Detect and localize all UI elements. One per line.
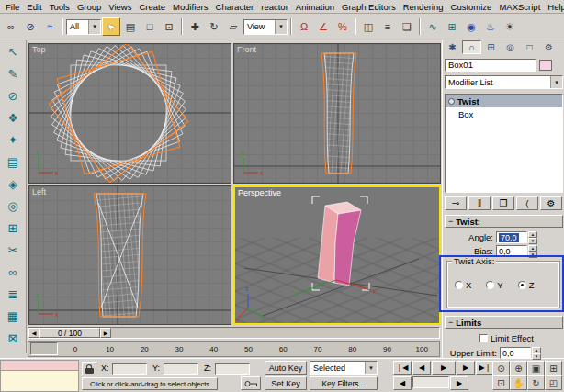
pin-stack-icon[interactable]: ⊸: [445, 196, 467, 210]
zoom-all-icon[interactable]: ⊕: [510, 361, 527, 375]
next-frame-button[interactable]: ▶: [457, 361, 475, 375]
left-toolbar-icon-8[interactable]: ◎: [1, 195, 25, 217]
rectangular-region-button[interactable]: □: [141, 17, 159, 36]
left-toolbar-icon-9[interactable]: ⊞: [1, 217, 25, 239]
bind-to-spacewarp-icon[interactable]: ≈: [40, 17, 59, 36]
current-frame-field[interactable]: [412, 376, 449, 388]
axis-x-radio[interactable]: X: [455, 280, 471, 290]
track-bar-ruler[interactable]: 0 10 20 30 40 50 60 70 80 90 100: [58, 342, 439, 356]
zoom-extents-icon[interactable]: ▣: [527, 361, 545, 375]
menu-edit[interactable]: Edit: [23, 2, 45, 12]
arc-rotate-icon[interactable]: ↻: [527, 375, 545, 390]
layers-button[interactable]: ❏: [398, 17, 416, 36]
x-coordinate-field[interactable]: [112, 363, 147, 375]
select-by-name-button[interactable]: ▤: [121, 17, 140, 36]
menu-animation[interactable]: Animation: [292, 2, 338, 12]
tab-create[interactable]: ✱: [443, 40, 462, 54]
set-key-button[interactable]: Set Key: [265, 376, 307, 390]
stack-item-twist[interactable]: Twist: [446, 95, 562, 107]
time-slider[interactable]: ◀ 0 / 100 ▶: [28, 327, 440, 339]
schematic-view-button[interactable]: ⊞: [443, 17, 461, 36]
object-color-swatch[interactable]: [539, 60, 552, 71]
spinner-down-icon[interactable]: ▼: [528, 252, 537, 258]
menu-reactor[interactable]: reactor: [257, 2, 292, 12]
left-toolbar-icon-13[interactable]: ▦: [1, 305, 25, 327]
select-object-button[interactable]: ➤: [102, 17, 120, 36]
stack-item-box[interactable]: Box: [446, 107, 562, 120]
menu-graph-editors[interactable]: Graph Editors: [338, 2, 400, 12]
limit-effect-checkbox[interactable]: Limit Effect: [479, 333, 534, 343]
twist-rollout-header[interactable]: − Twist:: [445, 215, 563, 228]
align-button[interactable]: ≡: [378, 17, 397, 36]
zoom-region-icon[interactable]: ⊡: [492, 375, 510, 390]
key-filters-button[interactable]: Key Filters...: [310, 376, 378, 390]
left-toolbar-icon-4[interactable]: ❖: [1, 106, 25, 129]
zoom-extents-all-icon[interactable]: ⊞: [545, 361, 562, 375]
scale-button[interactable]: ▱: [224, 17, 243, 36]
menu-modifiers[interactable]: Modifiers: [169, 2, 212, 12]
set-keys-button[interactable]: [241, 376, 261, 390]
object-name-field[interactable]: Box01: [445, 59, 536, 72]
chevron-down-icon[interactable]: ▼: [275, 20, 287, 34]
unlink-selection-icon[interactable]: ⊘: [21, 17, 39, 36]
time-slider-thumb[interactable]: 0 / 100: [39, 328, 100, 338]
left-toolbar-icon-14[interactable]: ⊠: [1, 327, 25, 349]
mirror-button[interactable]: ◫: [359, 17, 378, 36]
bias-field[interactable]: 0,0: [496, 245, 527, 257]
min-max-toggle-icon[interactable]: ◰: [545, 375, 562, 390]
menu-rendering[interactable]: Rendering: [400, 2, 447, 12]
remove-modifier-icon[interactable]: 〈: [516, 196, 538, 210]
move-button[interactable]: ✚: [186, 17, 204, 36]
left-toolbar-icon-5[interactable]: ✦: [1, 129, 25, 151]
left-toolbar-icon-2[interactable]: ✎: [1, 62, 25, 84]
bias-spinner[interactable]: ▲▼: [528, 245, 537, 257]
menu-views[interactable]: Views: [105, 2, 135, 12]
selection-filter-dropdown[interactable]: All ▼: [66, 19, 101, 35]
menu-file[interactable]: File: [2, 2, 23, 12]
window-crossing-button[interactable]: ⊡: [160, 17, 178, 36]
upper-limit-field[interactable]: 0,0: [500, 347, 531, 359]
modifier-enabled-bulb-icon[interactable]: [448, 98, 455, 105]
configure-modifier-sets-icon[interactable]: ⚙: [540, 196, 562, 210]
axis-y-radio[interactable]: Y: [486, 280, 502, 290]
maxscript-listener-pane[interactable]: [0, 371, 79, 392]
play-button[interactable]: ▶: [432, 361, 456, 375]
track-bar[interactable]: 0 10 20 30 40 50 60 70 80 90 100: [28, 341, 440, 357]
menu-create[interactable]: Create: [135, 2, 169, 12]
left-toolbar-icon-10[interactable]: ✂: [1, 239, 25, 261]
go-to-start-button[interactable]: ❘◀: [393, 361, 412, 375]
percent-snap-icon[interactable]: %: [333, 17, 352, 36]
auto-key-button[interactable]: Auto Key: [265, 361, 307, 375]
left-toolbar-icon-3[interactable]: ⊘: [1, 84, 25, 106]
menu-help[interactable]: Help: [544, 2, 564, 12]
viewport-front[interactable]: Front x y: [233, 43, 441, 184]
spinner-down-icon[interactable]: ▼: [528, 238, 537, 244]
key-step-back-button[interactable]: ◀: [393, 376, 412, 390]
time-slider-right-arrow[interactable]: ▶: [100, 328, 111, 338]
left-toolbar-icon-1[interactable]: ↖: [1, 40, 25, 62]
quick-render-button[interactable]: ☀: [501, 17, 519, 36]
viewport-perspective[interactable]: Perspective x y z x y: [233, 185, 441, 325]
tab-display[interactable]: □: [520, 40, 539, 54]
render-scene-button[interactable]: ♨: [481, 17, 500, 36]
material-editor-button[interactable]: ◉: [462, 17, 480, 36]
spinner-down-icon[interactable]: ▼: [532, 353, 541, 360]
menu-group[interactable]: Group: [73, 2, 105, 12]
tab-motion[interactable]: ◎: [501, 40, 520, 54]
chevron-down-icon[interactable]: ▼: [550, 76, 562, 88]
viewport-left[interactable]: Left x y: [28, 185, 231, 325]
angle-snap-icon[interactable]: ∠: [314, 17, 333, 36]
selection-set-dropdown[interactable]: Selected ▼: [310, 361, 378, 375]
chevron-down-icon[interactable]: ▼: [88, 20, 100, 34]
limits-rollout-header[interactable]: − Limits: [445, 316, 563, 329]
z-coordinate-field[interactable]: [215, 363, 250, 375]
modifier-stack[interactable]: Twist Box: [445, 94, 563, 193]
spinner-up-icon[interactable]: ▲: [528, 245, 537, 252]
show-end-result-icon[interactable]: ‖: [468, 196, 491, 210]
menu-customize[interactable]: Customize: [447, 2, 496, 12]
spinner-up-icon[interactable]: ▲: [528, 231, 537, 238]
tab-modify[interactable]: ∩: [462, 40, 481, 54]
key-step-forward-button[interactable]: ▶: [450, 376, 468, 390]
pan-icon[interactable]: ✋: [510, 375, 527, 390]
menu-tools[interactable]: Tools: [46, 2, 73, 12]
